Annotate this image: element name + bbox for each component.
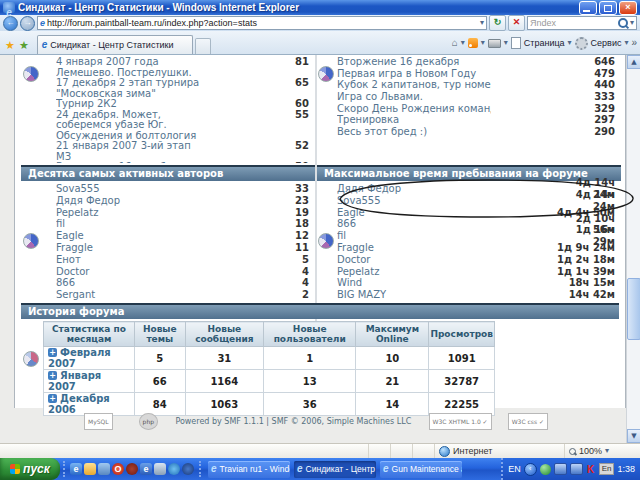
author-link[interactable]: fil <box>56 218 203 230</box>
topic-link[interactable]: Вторжение 16 декабря <box>56 162 203 163</box>
topic-link[interactable]: Турнир 2К2 <box>56 99 203 110</box>
quick-launch-app-icon[interactable] <box>154 463 166 475</box>
restore-button[interactable] <box>599 1 617 15</box>
taskbar-window-button[interactable]: e Gun Maintenance at ... <box>380 461 462 478</box>
member-link[interactable]: Wind <box>337 277 487 289</box>
member-link[interactable]: Pepelatz <box>337 266 487 278</box>
forward-button[interactable]: → <box>20 16 35 31</box>
tray-connection-icon[interactable] <box>554 463 567 475</box>
search-dropdown-icon[interactable]: ▾ <box>630 19 634 27</box>
language-indicator[interactable]: EN <box>508 464 521 474</box>
tools-menu[interactable]: Сервис <box>591 38 622 48</box>
gear-icon[interactable] <box>575 37 588 50</box>
address-dropdown-icon[interactable]: ▾ <box>480 19 484 27</box>
search-input[interactable]: Яndex ▾ <box>527 16 637 30</box>
home-dropdown-icon[interactable]: ▾ <box>461 39 465 47</box>
stat-value: 4 <box>266 266 309 278</box>
zoom-dropdown-icon[interactable]: ▾ <box>605 447 609 455</box>
tray-network-globe-icon[interactable] <box>540 464 551 475</box>
print-icon[interactable] <box>488 39 501 48</box>
rss-dropdown-icon[interactable]: ▾ <box>481 39 485 47</box>
month-link[interactable]: Февраля 2007 <box>48 347 111 369</box>
author-link[interactable]: Sova555 <box>56 183 203 195</box>
member-link[interactable]: fil <box>337 230 487 242</box>
new-tab-stub[interactable] <box>195 38 211 54</box>
favorites-star-icon[interactable]: ★ <box>5 36 15 54</box>
stat-value: 1д 1ч 39м <box>551 266 615 278</box>
author-link[interactable]: Eagle <box>56 230 203 242</box>
member-link[interactable]: BIG MAZY <box>337 289 487 301</box>
quick-launch-ie2-icon[interactable]: e <box>140 463 152 475</box>
author-link[interactable]: Sergant <box>56 289 203 301</box>
scroll-up-icon[interactable]: ▲ <box>627 55 640 69</box>
member-link[interactable]: Doctor <box>337 254 487 266</box>
topic-link[interactable]: Вторжение 16 декабря <box>337 57 491 68</box>
stat-value: 479 <box>533 69 615 80</box>
expand-icon[interactable]: + <box>48 371 57 380</box>
quick-launch-media-icon[interactable] <box>182 463 194 475</box>
topic-link[interactable]: Скоро День Рождения команды. <box>337 104 491 115</box>
quick-launch-opera-icon[interactable]: O <box>112 463 124 475</box>
topic-link[interactable]: Первая игра в Новом Году <box>337 69 491 80</box>
expand-icon[interactable]: + <box>48 348 57 357</box>
rss-icon[interactable] <box>468 38 478 48</box>
tray-language-badge[interactable]: En <box>599 463 615 475</box>
home-icon[interactable]: ⌂ <box>452 38 458 48</box>
author-link[interactable]: Енот <box>56 254 203 266</box>
toolbar-overflow-icon[interactable]: » <box>631 38 637 48</box>
back-button[interactable]: ← <box>3 16 18 31</box>
topic-link[interactable]: 4 января 2007 года Лемешево. Пострелушки… <box>56 57 203 78</box>
tray-clock[interactable]: 1:38 <box>617 464 635 474</box>
quick-launch-browser-icon[interactable] <box>126 463 138 475</box>
vertical-scrollbar[interactable]: ▲ ▼ <box>626 55 640 443</box>
author-link[interactable]: Doctor <box>56 266 203 278</box>
page-menu[interactable]: Страница <box>524 38 565 48</box>
minimize-button[interactable] <box>579 1 597 15</box>
stat-value: 55 <box>245 110 309 121</box>
scrollbar-thumb[interactable] <box>627 278 640 340</box>
window-button-label: Travian ru1 - Window... <box>220 464 290 474</box>
tab-active[interactable]: e Синдикат - Центр Статистики <box>37 35 193 54</box>
topic-link[interactable]: Игра со Львами. <box>337 92 491 103</box>
topic-link[interactable]: 24 декабря. Может, соберемся убазе Юг. О… <box>56 110 203 142</box>
tray-kaspersky-icon[interactable]: K <box>586 464 596 475</box>
close-button[interactable]: × <box>619 1 637 15</box>
tray-hide-icons-icon[interactable]: ‹ <box>524 463 537 476</box>
quick-launch-ie-icon[interactable]: e <box>70 463 82 475</box>
author-link[interactable]: Pepelatz <box>56 207 203 219</box>
w3c-css-badge[interactable]: W3C css ✓ <box>508 413 548 430</box>
author-link[interactable]: Fraggle <box>56 242 203 254</box>
start-button[interactable]: пуск <box>0 458 60 480</box>
tools-dropdown-icon[interactable]: ▾ <box>624 39 628 47</box>
topic-link[interactable]: Тренировка <box>337 115 491 126</box>
tab-title: Синдикат - Центр Статистики <box>50 40 173 50</box>
quick-launch-messenger-icon[interactable] <box>168 463 180 475</box>
expand-icon[interactable]: + <box>48 394 57 403</box>
w3c-xhtml-badge[interactable]: W3C XHTML 1.0 ✓ <box>429 413 492 430</box>
scroll-down-icon[interactable]: ▼ <box>627 429 640 443</box>
stop-button[interactable]: ✕ <box>508 15 525 31</box>
member-link[interactable]: Fraggle <box>337 242 487 254</box>
zoom-pane[interactable]: 100% ▾ <box>564 444 640 458</box>
taskbar-window-button[interactable]: e Travian ru1 - Window... <box>208 461 290 478</box>
mysql-badge[interactable]: MySQL <box>84 413 113 430</box>
refresh-button[interactable]: ↻ <box>489 15 506 31</box>
search-icon[interactable] <box>618 18 628 28</box>
quick-launch-folder-icon[interactable] <box>84 463 96 475</box>
php-badge[interactable]: php <box>139 413 158 430</box>
topic-link[interactable]: 17 декабря 2 этап турнира "Московская зи… <box>56 78 203 99</box>
topic-link[interactable]: Кубок 2 капитанов, тур номер 3 <box>337 80 491 91</box>
page-icon[interactable] <box>511 37 521 49</box>
print-dropdown-icon[interactable]: ▾ <box>504 39 508 47</box>
add-favorite-icon[interactable]: ★ <box>19 36 29 54</box>
topic-link[interactable]: 21 января 2007 3-ий этап МЗ <box>56 141 203 162</box>
author-link[interactable]: Дядя Федор <box>56 195 203 207</box>
author-link[interactable]: 866 <box>56 277 203 289</box>
quick-launch-desktop-icon[interactable] <box>98 463 110 475</box>
month-link[interactable]: Декабря 2006 <box>48 393 110 415</box>
address-input[interactable]: e http://forum.paintball-team.ru/index.p… <box>37 16 487 30</box>
tray-connection2-icon[interactable] <box>570 463 583 475</box>
topic-link[interactable]: Весь этот бред :) <box>337 127 491 138</box>
page-dropdown-icon[interactable]: ▾ <box>568 39 572 47</box>
taskbar-window-button[interactable]: e Синдикат - Центр С... <box>294 461 376 478</box>
